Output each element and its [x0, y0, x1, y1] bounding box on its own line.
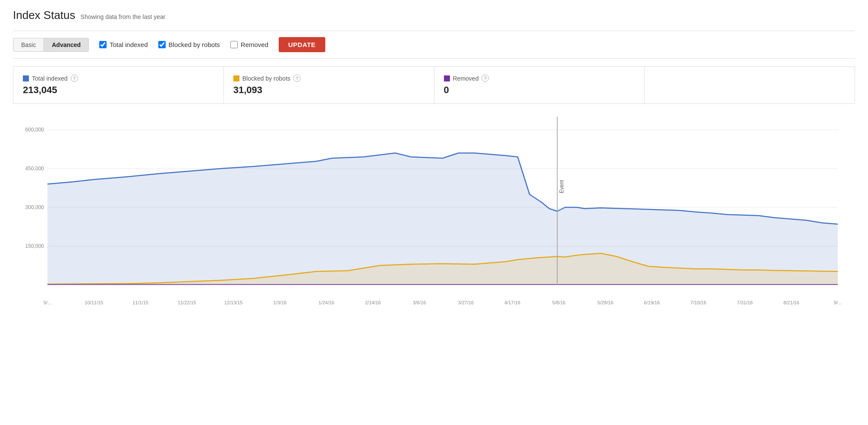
stat-removed: Removed ? 0 [434, 67, 645, 103]
checkbox-removed[interactable] [230, 41, 238, 48]
filter-total-indexed-label: Total indexed [110, 41, 148, 48]
tab-advanced[interactable]: Advanced [44, 38, 88, 51]
update-button[interactable]: UPDATE [279, 37, 325, 52]
page-subtitle: Showing data from the last year [81, 13, 166, 20]
removed-color [444, 75, 450, 81]
total-indexed-color [23, 75, 29, 81]
blocked-value: 31,093 [233, 84, 425, 96]
total-indexed-text: Total indexed [32, 75, 68, 82]
tab-group: Basic Advanced [13, 38, 89, 52]
chart-container [13, 104, 855, 311]
filter-blocked-by-robots[interactable]: Blocked by robots [158, 41, 220, 48]
stat-removed-label: Removed ? [444, 75, 635, 82]
filter-total-indexed[interactable]: Total indexed [99, 41, 148, 48]
removed-text: Removed [453, 75, 479, 82]
page-title: Index Status [13, 9, 75, 22]
main-chart [13, 104, 855, 311]
stat-empty [645, 67, 855, 103]
stat-total-indexed: Total indexed ? 213,045 [13, 67, 224, 103]
tab-basic[interactable]: Basic [13, 38, 44, 51]
filter-removed[interactable]: Removed [230, 41, 268, 48]
stat-blocked-label: Blocked by robots ? [233, 75, 425, 82]
stat-blocked-by-robots: Blocked by robots ? 31,093 [224, 67, 434, 103]
total-indexed-value: 213,045 [23, 84, 214, 96]
total-indexed-help[interactable]: ? [71, 75, 78, 82]
blocked-text: Blocked by robots [242, 75, 290, 82]
blocked-help[interactable]: ? [293, 75, 301, 82]
filter-removed-label: Removed [241, 41, 268, 48]
removed-help[interactable]: ? [481, 75, 489, 82]
toolbar: Basic Advanced Total indexed Blocked by … [13, 31, 855, 59]
removed-value: 0 [444, 84, 635, 96]
checkbox-blocked-by-robots[interactable] [158, 41, 166, 48]
blocked-color [233, 75, 239, 81]
filter-blocked-by-robots-label: Blocked by robots [169, 41, 220, 48]
stats-row: Total indexed ? 213,045 Blocked by robot… [13, 66, 855, 104]
stat-total-indexed-label: Total indexed ? [23, 75, 214, 82]
checkbox-total-indexed[interactable] [99, 41, 107, 48]
